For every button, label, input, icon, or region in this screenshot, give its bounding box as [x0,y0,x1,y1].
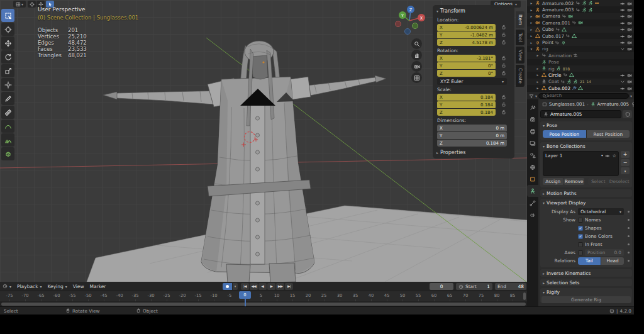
keying-popover-chevron-icon[interactable]: ▾ [233,283,238,290]
tool-annotate[interactable] [1,92,14,105]
chevron-down-icon[interactable]: ▾ [535,94,537,98]
timeline-scrollbar-nub[interactable] [523,292,526,300]
lock-toggle[interactable] [501,55,506,60]
names-checkbox[interactable] [578,218,583,223]
transform-panel-header[interactable]: ▾ Transform [433,6,514,15]
timeline-track-area[interactable] [0,301,527,306]
play-reverse-button[interactable]: ◀ [258,283,267,290]
generate-rig-button[interactable]: Generate Rig [541,296,631,303]
menu-playback[interactable]: Playback▾ [17,284,42,289]
visibility-eye-toggle[interactable] [605,153,610,159]
bone-colors-checkbox[interactable]: ✓ [578,234,583,239]
3d-viewport[interactable]: ▾ Options ▾ User Perspective (0) Scene C… [0,0,527,282]
rigify-header[interactable]: ▾ Rigify [540,288,632,296]
menu-view[interactable]: View [73,284,84,289]
chevron-right-icon[interactable]: ▸ [529,1,534,5]
breadcrumb-data[interactable]: Armature.005 [597,101,630,107]
outliner-row[interactable]: ▾rig [527,46,634,52]
outliner-row[interactable]: ▸Camera.001 [527,19,634,26]
motion-paths-header[interactable]: ▸ Motion Paths [540,189,632,197]
pose-panel-header[interactable]: ▾ Pose [540,121,632,129]
gizmo-y-label[interactable]: Y [401,13,404,18]
favorite-star-icon[interactable]: ☆ [612,153,616,159]
outliner-row[interactable]: ▸Animation [527,52,634,58]
bone-collection-row[interactable]: Layer 1•☆ [545,152,616,159]
tool-measure[interactable] [1,106,14,119]
solo-dot-icon[interactable]: • [601,153,603,159]
animate-dot[interactable] [628,243,630,245]
disable-render-toggle[interactable] [627,20,632,26]
tool-push-pose[interactable] [1,133,14,147]
tool-select-box[interactable] [1,9,14,22]
chevron-down-icon[interactable]: ▾ [529,47,534,51]
pin-icon[interactable] [631,101,634,107]
rotation-z-field[interactable]: Z0° [437,70,496,77]
animate-dot[interactable] [628,227,630,229]
hide-viewport-toggle[interactable] [620,33,625,39]
properties-tab-tool[interactable] [527,101,538,113]
properties-tab-object[interactable] [527,173,538,185]
disable-render-toggle[interactable] [627,40,632,45]
sidebar-tab-create[interactable]: Create [516,65,525,87]
fake-user-button[interactable] [623,110,632,118]
jump-end-button[interactable]: ▶| [285,283,293,290]
gizmo-x-label[interactable]: X [420,16,423,21]
playhead-frame-badge[interactable]: 0 [239,291,251,299]
chevron-right-icon[interactable]: ▸ [529,8,534,12]
animate-dot[interactable] [628,252,630,253]
scale-y-field[interactable]: Y0.184 [437,101,496,108]
hide-viewport-toggle[interactable] [620,13,625,19]
system-info-icon[interactable] [609,308,614,314]
chevron-right-icon[interactable]: ▸ [535,67,540,70]
outliner-row[interactable]: ▸Point [527,39,634,45]
properties-tab-physics[interactable] [527,209,538,221]
scale-x-field[interactable]: X0.184 [437,94,496,101]
location-x-field[interactable]: X-0.000624 m [437,24,496,31]
axes-position-field[interactable]: Position 0.0 [585,249,624,256]
outliner-row[interactable]: ▸Camera [527,13,634,19]
animate-dot[interactable] [628,235,630,237]
in-front-checkbox[interactable] [578,242,583,247]
breadcrumb-object[interactable]: Sunglasses.001 [549,101,585,107]
sidebar-tab-tool[interactable]: Tool [516,30,525,45]
datablock-name-field[interactable]: Armature.005 [540,110,621,118]
lock-toggle[interactable] [501,32,506,37]
lock-toggle[interactable] [501,94,506,99]
outliner-row[interactable]: ▸Armature.003 [527,6,634,13]
location-y-field[interactable]: Y-1.0482 m [437,31,496,38]
lock-toggle[interactable] [501,109,506,114]
outliner-row[interactable]: ▸Armature.002 [527,0,634,6]
menu-marker[interactable]: Marker [90,284,106,289]
hide-viewport-toggle[interactable] [620,7,625,13]
properties-subpanel-header[interactable]: ▸ Properties [433,147,514,156]
shapes-checkbox[interactable]: ✓ [578,226,583,231]
rotation-y-field[interactable]: Y0° [437,62,496,69]
header-chip-mode[interactable] [28,1,36,8]
search-input[interactable] [538,93,629,99]
tool-transform[interactable] [1,78,14,91]
properties-tab-bone[interactable] [527,197,538,209]
nav-hand-button[interactable] [411,50,422,60]
inverse-kinematics-header[interactable]: ▸ Inverse Kinematics [540,269,632,277]
assign-button[interactable]: Assign [543,178,564,185]
add-collection-button[interactable]: + [621,151,630,158]
tool-move[interactable] [1,36,14,50]
chevron-right-icon[interactable]: ▸ [535,73,540,77]
hide-viewport-toggle[interactable] [620,40,625,45]
auto-keying-button[interactable] [223,283,232,290]
rotation-x-field[interactable]: X-3.181° [437,55,496,62]
animate-dot[interactable] [628,211,630,213]
hide-viewport-toggle[interactable] [620,20,625,26]
tool-rotate[interactable] [1,50,14,64]
collection-specials-button[interactable]: ▾ [621,167,630,174]
dimensions-y-field[interactable]: Y0 m [437,132,507,139]
filter-options-chevron-icon[interactable]: ▾ [630,94,632,98]
lock-toggle[interactable] [501,25,506,30]
timeline-horizontal-scrollbar[interactable] [1,303,526,306]
location-z-field[interactable]: Z4.5178 m [437,39,496,46]
relations-head-button[interactable]: Head [601,257,624,265]
collapse-toggle[interactable] [620,79,625,84]
disable-render-toggle[interactable] [627,1,632,6]
chevron-right-icon[interactable]: ▸ [529,21,534,25]
menu-keying[interactable]: Keying▾ [48,284,67,289]
